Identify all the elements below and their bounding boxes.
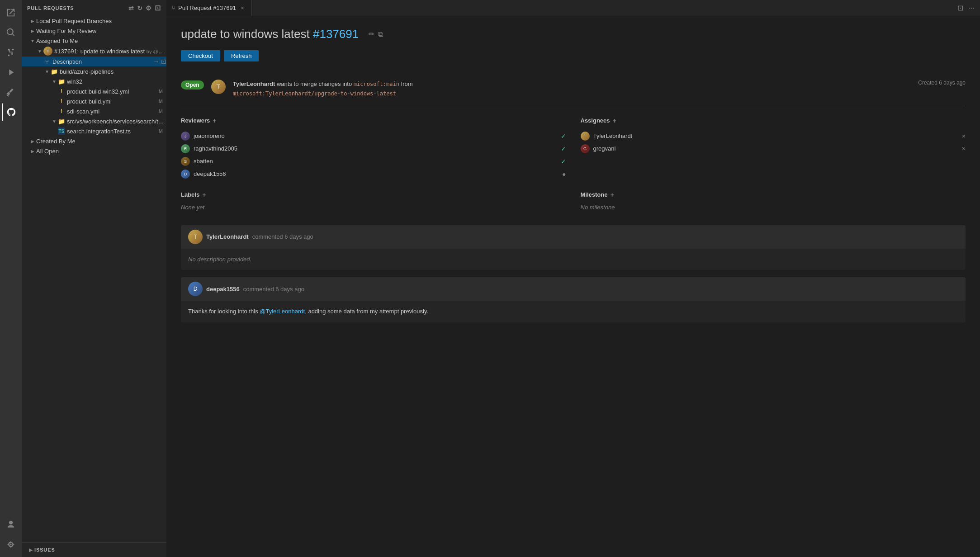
- raghav-avatar: R: [181, 144, 190, 153]
- search-integration-test-file[interactable]: TS search.integrationTest.ts M: [22, 126, 166, 136]
- comment-tyler: T TylerLeonhardt commented 6 days ago No…: [181, 225, 966, 270]
- comment-deepak-pre: Thanks for looking into this: [188, 308, 260, 315]
- remove-tyler-button[interactable]: ×: [962, 132, 966, 140]
- pr-from-text: from: [401, 80, 413, 87]
- run-nav-item[interactable]: [2, 63, 20, 81]
- comment-deepak-avatar: D: [188, 282, 203, 296]
- milestone-section: Milestone + No milestone: [581, 191, 966, 211]
- sidebar-header: PULL REQUESTS ⇄ ↻ ⚙ ⊡: [22, 0, 166, 16]
- refresh-sidebar-icon[interactable]: ↻: [137, 5, 143, 12]
- remove-greg-button[interactable]: ×: [962, 145, 966, 152]
- copy-link-icon[interactable]: ⧉: [378, 30, 383, 38]
- refresh-button[interactable]: Refresh: [224, 50, 259, 61]
- search-test-node-folder[interactable]: ▼ 📁 src/vs/workbench/services/search/tes…: [22, 116, 166, 126]
- product-build-win32-label: product-build-win32.yml: [67, 88, 159, 95]
- local-branches-arrow: ▶: [29, 17, 36, 24]
- assignees-section: Assignees + T TylerLeonhardt × G gregvan…: [581, 117, 966, 180]
- created-by-me-item[interactable]: ▶ Created By Me: [22, 136, 166, 146]
- ts-icon: TS: [58, 127, 65, 135]
- add-milestone-button[interactable]: +: [610, 191, 614, 198]
- pr-title-text: update to windows latest: [181, 27, 310, 41]
- pr-137691-label: #137691: update to windows latest by @Ty…: [54, 48, 166, 55]
- add-label-button[interactable]: +: [202, 191, 206, 198]
- compare-changes-icon[interactable]: ⇄: [128, 5, 134, 12]
- add-assignee-button[interactable]: +: [613, 117, 616, 124]
- reviewer-deepak: D deepak1556 ●: [181, 168, 566, 180]
- pr-target-branch: microsoft:main: [354, 81, 399, 87]
- raghav-status: ✓: [561, 145, 566, 152]
- sbatten-name: sbatten: [194, 158, 557, 165]
- product-build-label: product-build.yml: [67, 98, 159, 105]
- comment-deepak-body: Thanks for looking into this @TylerLeonh…: [181, 301, 966, 322]
- reviewers-section: Reviewers + J joaomoreno ✓ R raghavthind…: [181, 117, 566, 180]
- comment-deepak-header: D deepak1556 commented 6 days ago: [181, 277, 966, 301]
- sbatten-status: ✓: [561, 158, 566, 165]
- github-nav-item[interactable]: [2, 103, 20, 121]
- product-build-win32-file[interactable]: ! product-build-win32.yml M: [22, 86, 166, 96]
- assignees-title: Assignees +: [581, 117, 966, 124]
- deepak-name: deepak1556: [194, 170, 559, 177]
- sidebar-tree: ▶ Local Pull Request Branches ▶ Waiting …: [22, 16, 166, 542]
- extensions-nav-item[interactable]: [2, 83, 20, 101]
- pr-tab-close[interactable]: ×: [239, 5, 246, 12]
- configure-icon[interactable]: ⚙: [146, 5, 152, 12]
- sdl-scan-file[interactable]: ! sdl-scan.yml M: [22, 106, 166, 116]
- edit-pr-title-icon[interactable]: ✏: [369, 30, 374, 38]
- build-azure-pipelines-folder[interactable]: ▼ 📁 build/azure-pipelines: [22, 66, 166, 76]
- reviewer-raghavthind: R raghavthind2005 ✓: [181, 142, 566, 155]
- search-nav-item[interactable]: [2, 24, 20, 42]
- reviewers-label: Reviewers: [181, 117, 210, 124]
- add-reviewer-button[interactable]: +: [213, 117, 216, 124]
- labels-title: Labels +: [181, 191, 566, 198]
- yaml-icon-2: !: [58, 98, 65, 105]
- settings-nav-item[interactable]: [2, 535, 20, 553]
- new-pr-icon[interactable]: ⊡: [155, 4, 161, 12]
- joaomoreno-status: ✓: [561, 132, 566, 140]
- comment-deepak: D deepak1556 commented 6 days ago Thanks…: [181, 277, 966, 322]
- product-build-modifier: M: [159, 99, 163, 104]
- checkout-button[interactable]: Checkout: [181, 50, 220, 61]
- explorer-nav-item[interactable]: [2, 4, 20, 22]
- assigned-to-me-item[interactable]: ▼ Assigned To Me: [22, 36, 166, 46]
- sdl-scan-label: sdl-scan.yml: [67, 108, 159, 115]
- build-folder-label: build/azure-pipelines: [60, 68, 166, 75]
- split-editor-icon[interactable]: ⊡: [956, 2, 965, 14]
- account-nav-item[interactable]: [2, 515, 20, 533]
- pr-meta: Open T TylerLeonhardt wants to merge cha…: [181, 72, 966, 106]
- pr-title-row: update to windows latest #137691 ✏ ⧉: [181, 27, 966, 41]
- issues-section[interactable]: ▶ ISSUES: [27, 545, 161, 554]
- pr-tab-icon: ⑂: [172, 5, 175, 12]
- local-branches-item[interactable]: ▶ Local Pull Request Branches: [22, 16, 166, 26]
- win32-folder[interactable]: ▼ 📁 win32: [22, 76, 166, 86]
- tab-bar: ⑂ Pull Request #137691 × ⊡ ···: [166, 0, 980, 16]
- pr-number: #137691: [313, 27, 359, 41]
- more-tab-actions-icon[interactable]: ···: [967, 2, 976, 14]
- assigned-to-me-arrow: ▼: [29, 37, 36, 44]
- pr-meta-text: TylerLeonhardt wants to merge changes in…: [233, 80, 911, 99]
- pr-action-text: wants to merge changes into: [277, 80, 354, 87]
- sidebar-header-actions: ⇄ ↻ ⚙ ⊡: [128, 4, 161, 12]
- main-content: ⑂ Pull Request #137691 × ⊡ ··· update to…: [166, 0, 980, 557]
- issues-arrow: ▶: [27, 546, 34, 553]
- description-label: Description: [52, 58, 151, 65]
- created-by-me-label: Created By Me: [36, 138, 166, 145]
- pr-tab[interactable]: ⑂ Pull Request #137691 ×: [166, 0, 252, 16]
- split-description-icon[interactable]: ⊡: [161, 58, 166, 65]
- reviewer-joaomoreno: J joaomoreno ✓: [181, 130, 566, 142]
- open-description-icon[interactable]: →: [153, 58, 159, 65]
- all-open-item[interactable]: ▶ All Open: [22, 146, 166, 156]
- comment-tyler-text: No description provided.: [188, 256, 251, 263]
- waiting-review-label: Waiting For My Review: [36, 28, 166, 34]
- pr-title-group: update to windows latest #137691 ✏ ⧉: [181, 27, 383, 41]
- product-build-file[interactable]: ! product-build.yml M: [22, 96, 166, 106]
- yaml-icon-3: !: [58, 108, 65, 115]
- pr-137691-item[interactable]: ▼ T #137691: update to windows latest by…: [22, 46, 166, 57]
- search-node-folder-icon: 📁: [58, 118, 65, 125]
- product-build-win32-modifier: M: [159, 89, 163, 94]
- waiting-review-item[interactable]: ▶ Waiting For My Review: [22, 26, 166, 36]
- description-item[interactable]: ⑂ Description → ⊡: [22, 57, 166, 66]
- pr-title-icons: ✏ ⧉: [369, 30, 383, 38]
- sdl-scan-modifier: M: [159, 109, 163, 114]
- assignees-label: Assignees: [581, 117, 610, 124]
- source-control-nav-item[interactable]: [2, 43, 20, 61]
